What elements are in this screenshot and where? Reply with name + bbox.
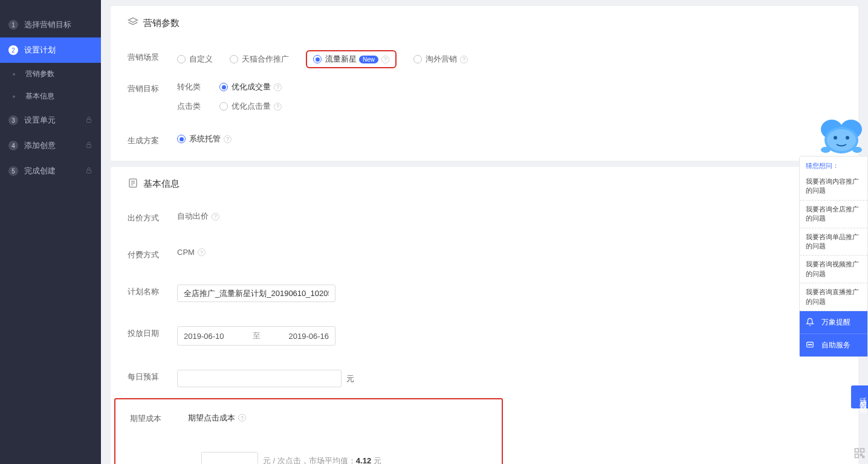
- panel-title: 营销参数: [143, 18, 180, 29]
- step-3: 3 设置单元: [0, 108, 101, 133]
- scene-overseas[interactable]: 淘外营销 ?: [413, 54, 468, 65]
- panel-title: 基本信息: [143, 178, 180, 190]
- pay-label: 付费方式: [128, 248, 177, 260]
- step-num: 4: [8, 141, 18, 150]
- scene-star[interactable]: 流量新星 New ?: [313, 54, 389, 65]
- date-label: 投放日期: [128, 326, 177, 339]
- scene-radio-group: 自定义 天猫合作推广 流量新星 New ?: [177, 50, 841, 68]
- svg-point-17: [808, 344, 809, 345]
- step-num: 2: [8, 45, 18, 55]
- step-num: 3: [8, 115, 18, 125]
- step-label: 添加创意: [24, 140, 56, 151]
- substep-basic[interactable]: 基本信息: [0, 85, 101, 108]
- step-label: 完成创建: [24, 166, 56, 176]
- wizard-sidebar: 1 选择营销目标 2 设置计划 营销参数 基本信息 3 设置单元 4 添加创意 …: [0, 0, 101, 464]
- lock-icon: [85, 167, 92, 176]
- panel-basic-info: 基本信息 出价方式 自动出价 ? 付费方式 CPM ? 计划名称: [111, 167, 858, 464]
- step-label: 选择营销目标: [24, 19, 71, 30]
- highlight-box-cost: 期望成本 期望点击成本 ? 元 / 次点击，市场平均值：4.12 元: [114, 398, 503, 464]
- cost-unit: 元 / 次点击，市场平均值：4.12 元: [263, 456, 381, 465]
- help-icon[interactable]: ?: [212, 213, 219, 221]
- side-item[interactable]: 我要咨询直播推广的问题: [800, 283, 867, 311]
- svg-rect-21: [861, 449, 864, 453]
- svg-point-13: [846, 136, 849, 140]
- activity-tab[interactable]: 活动与新功能: [851, 385, 868, 408]
- bell-icon: [806, 318, 814, 326]
- side-item[interactable]: 我要咨询视频推广的问题: [800, 256, 867, 283]
- help-icon[interactable]: ?: [198, 248, 206, 256]
- cost-label: 期望成本: [130, 411, 188, 424]
- layers-icon: [128, 17, 138, 30]
- svg-rect-22: [855, 454, 859, 458]
- scene-tmall[interactable]: 天猫合作推广: [230, 54, 289, 65]
- step-num: 1: [8, 20, 18, 30]
- svg-point-12: [834, 136, 837, 140]
- svg-point-15: [852, 147, 862, 153]
- svg-rect-24: [863, 456, 864, 458]
- panel-header: 基本信息: [128, 178, 841, 198]
- budget-input[interactable]: [177, 370, 342, 387]
- svg-rect-2: [87, 170, 91, 173]
- document-icon: [128, 178, 138, 190]
- svg-point-11: [827, 129, 856, 151]
- side-item[interactable]: 我要咨询全店推广的问题: [800, 201, 867, 228]
- goal-click-category: 点击类: [177, 101, 219, 112]
- goal-convert-category: 转化类: [177, 82, 219, 92]
- goal-click-option[interactable]: 优化点击量 ?: [219, 101, 282, 112]
- help-side-panel: 猜您想问： 我要咨询内容推广的问题 我要咨询全店推广的问题 我要咨询单品推广的问…: [799, 156, 868, 357]
- side-btn-remind[interactable]: 万象提醒: [800, 311, 867, 334]
- goal-label: 营销目标: [128, 82, 177, 94]
- help-icon[interactable]: ?: [381, 56, 389, 63]
- step-num: 5: [8, 166, 18, 176]
- mascot-icon: [817, 116, 866, 158]
- highlight-box-star: 流量新星 New ?: [306, 50, 397, 68]
- step-4: 4 添加创意: [0, 133, 101, 158]
- side-title: 猜您想问：: [800, 156, 867, 173]
- side-item[interactable]: 我要咨询单品推广的问题: [800, 228, 867, 256]
- step-label: 设置单元: [24, 115, 56, 126]
- svg-rect-23: [861, 454, 863, 456]
- plan-label: 生成方案: [128, 134, 177, 146]
- name-label: 计划名称: [128, 285, 177, 297]
- svg-point-18: [809, 344, 810, 345]
- help-icon[interactable]: ?: [274, 83, 282, 91]
- cost-input[interactable]: [201, 452, 258, 464]
- pay-value: CPM: [177, 248, 195, 257]
- goal-convert-option[interactable]: 优化成交量 ?: [219, 82, 282, 92]
- new-badge: New: [359, 56, 378, 63]
- svg-rect-1: [87, 144, 91, 147]
- lock-icon: [85, 141, 92, 150]
- lock-icon: [85, 116, 92, 125]
- bid-label: 出价方式: [128, 211, 177, 224]
- side-item[interactable]: 我要咨询内容推广的问题: [800, 173, 867, 201]
- svg-point-19: [811, 344, 812, 345]
- budget-label: 每日预算: [128, 370, 177, 382]
- scene-label: 营销场景: [128, 50, 177, 63]
- cost-sub-label: 期望点击成本: [188, 413, 235, 424]
- step-label: 设置计划: [24, 45, 56, 56]
- svg-rect-0: [87, 119, 91, 122]
- date-to: 2019-06-16: [289, 332, 329, 341]
- help-icon[interactable]: ?: [460, 56, 468, 63]
- help-icon[interactable]: ?: [224, 135, 232, 143]
- chat-icon: [806, 341, 814, 349]
- help-icon[interactable]: ?: [274, 103, 282, 111]
- scene-custom[interactable]: 自定义: [177, 54, 213, 65]
- plan-system[interactable]: 系统托管 ?: [177, 134, 841, 144]
- plan-name-input[interactable]: [177, 285, 335, 302]
- step-5: 5 完成创建: [0, 158, 101, 184]
- help-icon[interactable]: ?: [238, 414, 246, 422]
- step-2[interactable]: 2 设置计划: [0, 37, 101, 63]
- svg-point-14: [821, 147, 831, 153]
- substep-params[interactable]: 营销参数: [0, 63, 101, 85]
- panel-header: 营销参数: [128, 17, 841, 37]
- date-sep: 至: [253, 330, 261, 341]
- step-1[interactable]: 1 选择营销目标: [0, 12, 101, 37]
- svg-rect-20: [855, 449, 859, 453]
- date-from: 2019-06-10: [184, 332, 224, 341]
- qr-icon[interactable]: [853, 447, 866, 461]
- date-range-picker[interactable]: 2019-06-10 至 2019-06-16: [177, 326, 335, 346]
- panel-marketing-params: 营销参数 营销场景 自定义 天猫合作推广 流量新星: [111, 6, 858, 161]
- side-btn-self-service[interactable]: 自助服务: [800, 334, 867, 356]
- main-content: 营销参数 营销场景 自定义 天猫合作推广 流量新星: [101, 0, 868, 464]
